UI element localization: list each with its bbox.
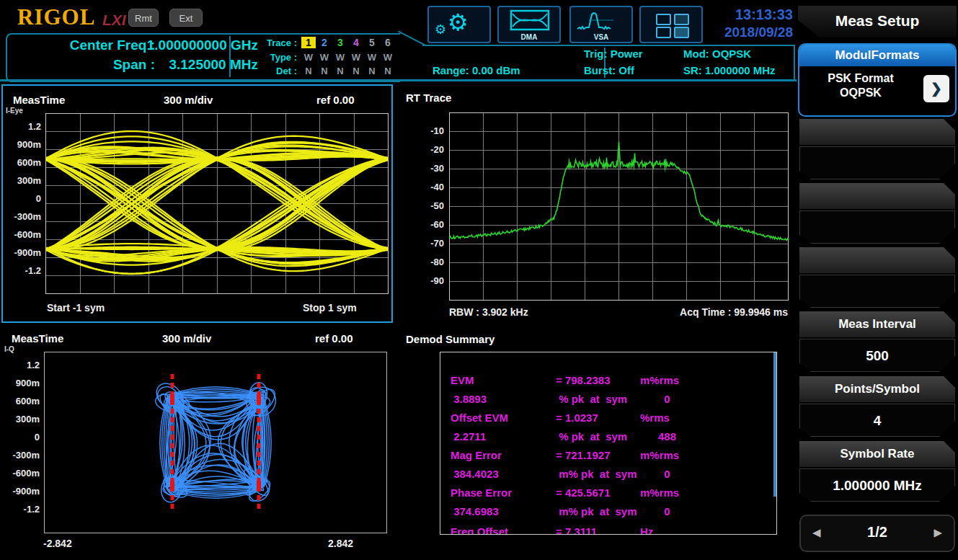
meas-interval-value: 500 <box>799 339 955 372</box>
dma-button[interactable]: DMA <box>497 6 561 43</box>
y-tick: 600m <box>6 396 40 406</box>
rt-trace-panel[interactable]: RT Trace -10 -20 -30 -40 -50 -60 -70 -80… <box>404 84 797 323</box>
softkey-empty-1[interactable] <box>799 119 955 179</box>
analyzer-screen: RIGOL LXI Rmt Ext Center Freq : 1.000000… <box>0 0 958 560</box>
demod-title: Demod Summary <box>406 333 494 345</box>
iq-xmax-label: 2.842 <box>328 538 353 549</box>
rbw-readout: RBW : 3.902 kHz <box>449 306 528 318</box>
eye-meas-label: MeasTime <box>13 94 65 106</box>
type-4: W <box>349 52 363 63</box>
points-symbol-label: Points/Symbol <box>799 376 955 402</box>
y-tick: 0 <box>8 193 41 204</box>
y-tick: -70 <box>411 238 444 249</box>
type-label: Type : <box>254 52 297 63</box>
y-tick: -60 <box>411 219 444 230</box>
y-tick: 0 <box>6 432 40 443</box>
y-tick: -40 <box>411 182 444 192</box>
eye-ref-label: ref 0.00 <box>316 94 355 106</box>
y-tick: -900m <box>8 247 41 258</box>
iq-meas-label: MeasTime <box>12 332 63 345</box>
acq-time-readout: Acq Time : 99.9946 ms <box>680 306 788 318</box>
y-tick: -300m <box>6 450 40 461</box>
y-tick: -300m <box>8 211 41 222</box>
vsa-label: VSA <box>571 33 631 41</box>
points-symbol-value: 4 <box>799 404 955 437</box>
center-freq-label: Center Freq : <box>14 37 155 53</box>
span-label: Span : <box>14 57 155 73</box>
y-tick: -600m <box>8 229 41 240</box>
y-tick: 1.2 <box>6 360 40 370</box>
page-next-icon[interactable]: ▶ <box>933 526 942 539</box>
frame-line-right <box>794 45 795 81</box>
iq-xmin-label: -2.842 <box>43 538 72 549</box>
y-tick: 600m <box>8 157 41 168</box>
y-tick: -90 <box>411 275 444 286</box>
softkey-points-symbol[interactable]: Points/Symbol 4 <box>799 376 955 437</box>
scrollbar-thumb[interactable] <box>773 352 776 497</box>
trace-3[interactable]: 3 <box>333 37 347 48</box>
iq-ref-label: ref 0.00 <box>315 332 353 345</box>
center-freq-value: 1.000000000 GHz <box>144 37 258 53</box>
y-tick: -80 <box>411 257 444 267</box>
page-indicator: 1/2 <box>801 524 954 541</box>
softkey-symbol-rate[interactable]: Symbol Rate 1.000000 MHz <box>799 441 955 502</box>
frame-line-under-icons <box>422 45 795 46</box>
vsa-button[interactable]: VSA <box>569 6 633 43</box>
softkey-sidebar: Meas Setup ModulFormats PSK Format OQPSK… <box>797 0 958 560</box>
sr-readout: SR: 1.000000 MHz <box>683 64 776 76</box>
demod-summary-panel[interactable]: Demod Summary EVM= 798.2383m%rms 3.8893 … <box>404 324 797 560</box>
det-4: N <box>349 66 363 76</box>
symbol-rate-label: Symbol Rate <box>799 441 955 467</box>
eye-start-label: Start -1 sym <box>47 302 105 314</box>
trace-2[interactable]: 2 <box>317 37 332 48</box>
trace-6[interactable]: 6 <box>381 37 395 48</box>
mod-readout: Mod: OQPSK <box>683 48 751 60</box>
eye-stop-label: Stop 1 sym <box>303 302 357 314</box>
trace-label: Trace : <box>254 37 297 48</box>
page-control: ◀ 1/2 ▶ <box>799 515 955 552</box>
rigol-logo: RIGOL <box>17 4 95 30</box>
type-3: W <box>333 52 347 63</box>
softkey-empty-2[interactable] <box>799 183 955 244</box>
gear-icon: ⚙ <box>448 9 469 36</box>
y-tick: 300m <box>8 175 41 186</box>
gear-small-icon: ⚙ <box>435 22 446 37</box>
det-3: N <box>333 66 347 76</box>
burst-readout: Burst: Off <box>584 64 634 76</box>
det-2: N <box>317 66 332 76</box>
y-tick: 900m <box>8 139 41 150</box>
submenu-arrow-button[interactable]: ❯ <box>923 75 949 102</box>
range-readout: Range: 0.00 dBm <box>433 64 520 76</box>
iq-scale-label: 300 m/div <box>162 332 211 345</box>
menu-title: Meas Setup <box>798 6 957 37</box>
softkey-meas-interval[interactable]: Meas Interval 500 <box>799 311 955 372</box>
y-tick: 900m <box>6 378 40 388</box>
window-layout-button[interactable] <box>639 6 703 43</box>
rmt-button[interactable]: Rmt <box>128 9 159 27</box>
ext-button[interactable]: Ext <box>169 9 203 27</box>
y-tick: -30 <box>411 163 444 174</box>
iq-panel[interactable]: MeasTime 300 m/div ref 0.00 I-Q 1.2 900m… <box>1 324 393 560</box>
trace-1[interactable]: 1 <box>301 37 316 48</box>
chevron-right-icon: ❯ <box>931 81 942 96</box>
softkey-empty-3[interactable] <box>799 247 955 308</box>
y-tick: -1.2 <box>6 504 40 515</box>
det-5: N <box>365 66 379 76</box>
trace-4[interactable]: 4 <box>349 37 363 48</box>
psk-format-line2: OQPSK <box>799 86 922 99</box>
eye-diagram-canvas <box>45 113 389 295</box>
eye-panel[interactable]: MeasTime 300 m/div ref 0.00 I-Eye 1.2 90… <box>1 84 393 323</box>
settings-button[interactable]: ⚙ ⚙ <box>427 6 491 43</box>
det-6: N <box>381 66 395 76</box>
y-tick: -20 <box>411 144 444 155</box>
meas-interval-label: Meas Interval <box>799 311 955 337</box>
vsa-spectrum-icon <box>576 10 626 35</box>
trace-5[interactable]: 5 <box>365 37 379 48</box>
trig-readout: Trig: Power <box>584 48 643 60</box>
det-1: N <box>301 66 316 76</box>
modulformats-header: ModulFormats <box>799 45 955 66</box>
dma-label: DMA <box>499 33 559 41</box>
y-tick: -900m <box>6 486 40 497</box>
softkey-modulformats[interactable]: ModulFormats PSK Format OQPSK ❯ <box>798 43 957 117</box>
frame-line-bottom <box>0 79 797 81</box>
